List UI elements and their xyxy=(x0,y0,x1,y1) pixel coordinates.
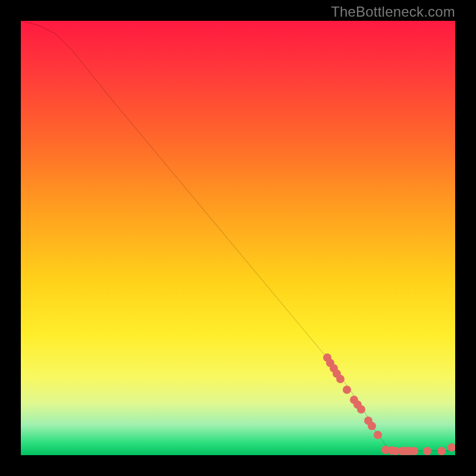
cluster-upper-marker xyxy=(368,422,376,430)
chart-stage: TheBottleneck.com xyxy=(0,0,476,476)
watermark-label: TheBottleneck.com xyxy=(331,4,455,20)
cluster-upper-marker xyxy=(343,386,351,394)
plot-area xyxy=(21,21,455,455)
cluster-upper-marker xyxy=(336,375,345,383)
baseline-dots-marker xyxy=(447,443,455,452)
baseline-dots-marker xyxy=(437,447,446,455)
cluster-upper-marker xyxy=(357,405,365,414)
cluster-upper-marker xyxy=(374,431,382,439)
baseline-dots-marker xyxy=(423,447,431,455)
bottleneck-curve-path xyxy=(21,21,455,451)
curve-svg xyxy=(21,21,455,455)
baseline-dots-marker xyxy=(410,447,418,455)
